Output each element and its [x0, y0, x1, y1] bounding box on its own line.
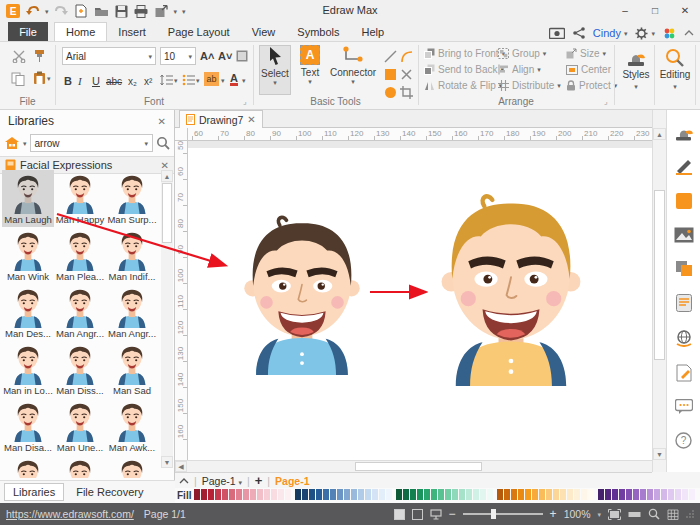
page-select[interactable]: Page-1 ▾	[202, 475, 242, 487]
format-painter-icon[interactable]	[33, 49, 46, 63]
help-icon[interactable]: ?	[675, 432, 692, 449]
rectangle-tool-icon[interactable]	[384, 68, 397, 81]
tab-help[interactable]: Help	[350, 22, 395, 41]
fit-width-icon[interactable]	[628, 510, 641, 519]
line-spacing-dropdown-icon[interactable]: ▾	[174, 77, 178, 84]
account-menu[interactable]: Cindy ▾	[593, 27, 628, 39]
library-item-man-plea[interactable]: Man Plea...	[54, 227, 106, 284]
minimize-button[interactable]: –	[610, 0, 640, 21]
undo-button[interactable]	[25, 4, 40, 19]
note-icon[interactable]	[676, 294, 692, 312]
color-swatch[interactable]	[504, 489, 510, 500]
color-swatch[interactable]	[330, 489, 336, 500]
color-swatch[interactable]	[497, 489, 503, 500]
subscript-button[interactable]: x₂	[128, 73, 137, 89]
tab-view[interactable]: View	[241, 22, 287, 41]
screenshot-icon[interactable]	[549, 27, 565, 39]
arc-tool-icon[interactable]	[400, 50, 413, 63]
color-swatch[interactable]	[487, 489, 493, 500]
account-dropdown-icon[interactable]: ▾	[624, 30, 628, 37]
color-swatch[interactable]	[264, 489, 270, 500]
picture-icon[interactable]	[674, 227, 694, 243]
search-icon[interactable]	[156, 136, 170, 150]
line-tool-icon[interactable]	[384, 50, 397, 63]
color-swatch[interactable]	[438, 489, 444, 500]
color-swatch[interactable]	[222, 489, 228, 500]
library-item-man-wink[interactable]: Man Wink	[2, 227, 54, 284]
color-swatch[interactable]	[396, 489, 402, 500]
color-swatch[interactable]	[417, 489, 423, 500]
panel-tab-libraries[interactable]: Libraries	[4, 483, 64, 501]
zoom-dropdown-icon[interactable]: ▾	[597, 511, 601, 518]
drawing-page[interactable]	[188, 141, 652, 460]
library-item-man-awk[interactable]: Man Awk...	[106, 398, 158, 455]
library-item-man-sad[interactable]: Man Sad	[106, 341, 158, 398]
color-swatch[interactable]	[243, 489, 249, 500]
library-item-partial[interactable]	[54, 455, 106, 478]
color-swatch[interactable]	[323, 489, 329, 500]
color-swatch[interactable]	[661, 489, 667, 500]
tab-home[interactable]: Home	[54, 22, 107, 41]
comment-icon[interactable]	[675, 399, 693, 415]
color-swatch[interactable]	[257, 489, 263, 500]
layers-icon[interactable]	[675, 260, 693, 277]
library-item-partial[interactable]	[2, 455, 54, 478]
library-item-man-une[interactable]: Man Une...	[54, 398, 106, 455]
text-highlight-icon[interactable]: ab	[204, 72, 219, 86]
color-swatch[interactable]	[194, 489, 200, 500]
library-item-partial[interactable]	[106, 455, 158, 478]
resize-grip[interactable]	[686, 510, 694, 518]
library-picker-dropdown-icon[interactable]: ▾	[23, 140, 27, 147]
close-button[interactable]: ✕	[670, 0, 700, 21]
bullets-icon[interactable]	[182, 74, 195, 86]
color-swatch[interactable]	[379, 489, 385, 500]
panel-tab-file-recovery[interactable]: File Recovery	[68, 484, 151, 500]
export-dropdown-icon[interactable]: ▾	[174, 8, 178, 15]
color-swatch[interactable]	[215, 489, 221, 500]
color-swatch[interactable]	[598, 489, 604, 500]
settings-dropdown-icon[interactable]: ▾	[651, 30, 655, 37]
editing-button[interactable]: Editing▾	[655, 47, 695, 91]
color-swatch[interactable]	[358, 489, 364, 500]
library-picker-icon[interactable]	[4, 136, 20, 150]
shading-icon[interactable]	[236, 50, 248, 62]
styles-panel-icon[interactable]	[674, 124, 694, 142]
color-swatch[interactable]	[410, 489, 416, 500]
library-item-man-happy[interactable]: Man Happy	[54, 170, 106, 227]
color-swatch[interactable]	[372, 489, 378, 500]
fill-color-icon[interactable]	[675, 192, 693, 210]
color-swatch[interactable]	[365, 489, 371, 500]
color-swatch[interactable]	[316, 489, 322, 500]
font-size-select[interactable]: 10▾	[160, 47, 196, 65]
color-swatch[interactable]	[546, 489, 552, 500]
color-swatch[interactable]	[532, 489, 538, 500]
color-swatch[interactable]	[344, 489, 350, 500]
color-swatch[interactable]	[560, 489, 566, 500]
color-swatch[interactable]	[588, 489, 594, 500]
color-swatch[interactable]	[424, 489, 430, 500]
export-button[interactable]	[154, 4, 169, 19]
cartoon-man-large[interactable]	[422, 190, 600, 386]
cartoon-man-small[interactable]	[228, 212, 376, 375]
document-tab-close-icon[interactable]: ✕	[247, 114, 255, 125]
normal-view-icon[interactable]	[394, 509, 405, 520]
status-link[interactable]: https://www.edrawsoft.com/	[6, 508, 134, 520]
account-name[interactable]: Cindy	[593, 27, 621, 39]
font-name-select[interactable]: Arial▾	[62, 47, 156, 65]
vertical-scrollbar[interactable]: ▲ ▼	[652, 110, 666, 472]
library-item-man-des[interactable]: Man Des...	[2, 284, 54, 341]
superscript-button[interactable]: x²	[144, 73, 152, 89]
tab-symbols[interactable]: Symbols	[286, 22, 350, 41]
paste-dropdown-icon[interactable]: ▾	[47, 75, 51, 82]
library-item-man-laugh[interactable]: Man Laugh	[2, 170, 54, 227]
color-swatch[interactable]	[337, 489, 343, 500]
color-swatch[interactable]	[619, 489, 625, 500]
color-swatch[interactable]	[567, 489, 573, 500]
save-button[interactable]	[114, 4, 129, 19]
color-swatch[interactable]	[403, 489, 409, 500]
color-swatch[interactable]	[466, 489, 472, 500]
color-swatch[interactable]	[689, 489, 695, 500]
color-swatch[interactable]	[612, 489, 618, 500]
color-swatch[interactable]	[633, 489, 639, 500]
zoom-in-button[interactable]: +	[550, 507, 557, 521]
